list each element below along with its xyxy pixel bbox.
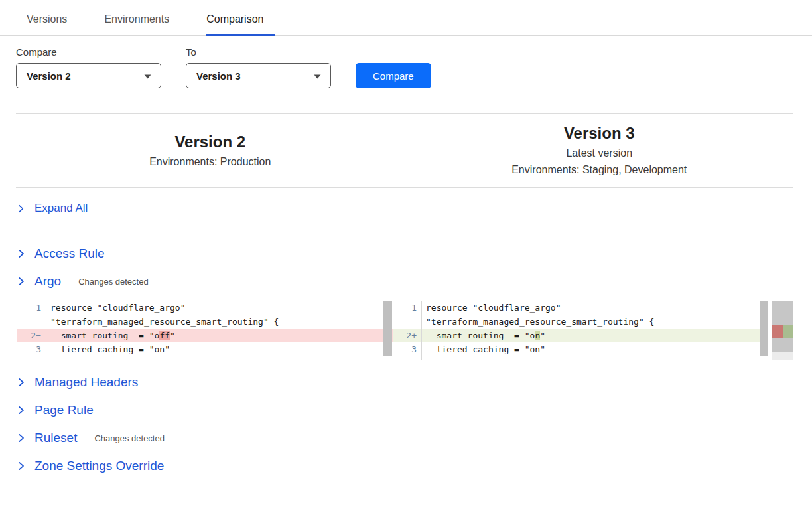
code-text: resource "cloudflare_argo"	[46, 301, 186, 315]
left-version-environments: Environments: Production	[149, 156, 271, 168]
tab-versions[interactable]: Versions	[27, 11, 79, 36]
resource-sections: Access Rule Argo Changes detected 1 reso…	[0, 230, 812, 480]
code-text: smart_routing = "on"	[422, 329, 545, 342]
section-ruleset[interactable]: Ruleset Changes detected	[16, 424, 793, 452]
chevron-right-icon	[16, 377, 27, 388]
chevron-right-icon	[16, 276, 27, 287]
diff-right-pane: 1 resource "cloudflare_argo" "terraform_…	[393, 301, 768, 360]
code-line-removed: 2− smart_routing = "off"	[17, 329, 393, 342]
code-text: "terraform_managed_resource_smart_routin…	[46, 315, 279, 329]
tab-bar: Versions Environments Comparison	[0, 0, 812, 36]
code-line: 3 tiered_caching = "on"	[17, 342, 393, 356]
section-managed-headers[interactable]: Managed Headers	[16, 368, 793, 396]
compare-label: Compare	[16, 46, 161, 58]
chevron-down-icon	[314, 70, 321, 82]
line-number	[393, 356, 422, 360]
line-number: 3	[17, 342, 46, 356]
code-line: 1 resource "cloudflare_argo"	[393, 301, 768, 315]
compare-to-value: Version 3	[196, 70, 241, 82]
ruler-added-marker	[783, 325, 793, 338]
right-version-header: Version 3 Latest version Environments: S…	[405, 123, 794, 177]
section-page-rule[interactable]: Page Rule	[16, 396, 793, 424]
changes-detected-badge: Changes detected	[78, 277, 149, 287]
chevron-right-icon	[16, 461, 27, 471]
right-version-title: Version 3	[564, 124, 635, 143]
compare-controls: Compare Version 2 To Version 3 Compare	[0, 36, 812, 88]
argo-diff: 1 resource "cloudflare_argo" "terraform_…	[17, 301, 793, 360]
to-label: To	[186, 46, 331, 58]
code-line: }	[17, 356, 393, 360]
line-number: 2+	[393, 329, 422, 342]
chevron-right-icon	[16, 433, 27, 443]
left-version-title: Version 2	[174, 133, 245, 151]
line-number	[17, 315, 46, 329]
section-label: Page Rule	[34, 403, 94, 417]
line-number	[393, 315, 422, 329]
section-argo[interactable]: Argo Changes detected	[16, 267, 793, 295]
ruler-change-marker	[772, 325, 793, 338]
code-text: }	[46, 356, 56, 360]
chevron-right-icon	[16, 248, 27, 259]
line-number	[17, 356, 46, 360]
code-text: tiered_caching = "on"	[46, 342, 170, 356]
chevron-down-icon	[144, 70, 151, 82]
code-text: tiered_caching = "on"	[422, 342, 545, 356]
ruler-unchanged-block	[772, 338, 793, 352]
left-pane-scrollbar[interactable]	[383, 301, 392, 356]
code-line-added: 2+ smart_routing = "on"	[393, 329, 768, 342]
line-number: 2−	[17, 329, 46, 342]
code-text: "terraform_managed_resource_smart_routin…	[422, 315, 654, 329]
section-label: Ruleset	[34, 431, 77, 445]
tab-comparison[interactable]: Comparison	[206, 11, 275, 36]
ruler-removed-marker	[772, 325, 783, 338]
changes-detected-badge: Changes detected	[94, 433, 165, 443]
section-label: Managed Headers	[34, 375, 138, 390]
code-text: smart_routing = "off"	[46, 329, 175, 342]
diff-left-pane: 1 resource "cloudflare_argo" "terraform_…	[17, 301, 393, 360]
expand-all-label: Expand All	[34, 202, 88, 215]
ruler-unchanged-block	[772, 301, 793, 325]
compare-from-select[interactable]: Version 2	[16, 63, 161, 88]
right-version-environments: Environments: Staging, Development	[511, 164, 687, 176]
right-pane-scrollbar[interactable]	[760, 301, 768, 356]
code-text: resource "cloudflare_argo"	[422, 301, 561, 315]
line-number: 3	[393, 342, 422, 356]
code-line: }	[393, 356, 768, 360]
left-version-header: Version 2 Environments: Production	[16, 123, 405, 177]
chevron-right-icon	[16, 204, 26, 214]
diff-overview-ruler[interactable]	[772, 301, 793, 360]
code-text: }	[422, 356, 431, 360]
line-number: 1	[393, 301, 422, 315]
line-number: 1	[17, 301, 46, 315]
code-line: 3 tiered_caching = "on"	[393, 342, 768, 356]
version-headers: Version 2 Environments: Production Versi…	[0, 114, 812, 187]
tab-environments[interactable]: Environments	[104, 11, 181, 36]
removed-word-highlight: ff	[159, 331, 170, 340]
section-label: Zone Settings Override	[34, 459, 164, 473]
section-access-rule[interactable]: Access Rule	[16, 240, 793, 267]
section-label: Argo	[34, 274, 61, 289]
compare-from-value: Version 2	[27, 70, 71, 82]
code-line: 1 resource "cloudflare_argo"	[17, 301, 393, 315]
code-line-wrap: "terraform_managed_resource_smart_routin…	[17, 315, 393, 329]
comparison-page: Versions Environments Comparison Compare…	[0, 0, 812, 480]
expand-all-toggle[interactable]: Expand All	[16, 188, 793, 230]
ruler-track	[772, 352, 793, 360]
compare-to-select[interactable]: Version 3	[186, 63, 331, 88]
right-version-subtitle: Latest version	[566, 147, 632, 159]
compare-button[interactable]: Compare	[356, 63, 431, 88]
chevron-right-icon	[16, 405, 27, 415]
section-zone-settings-override[interactable]: Zone Settings Override	[16, 452, 793, 480]
section-label: Access Rule	[34, 246, 105, 261]
code-line-wrap: "terraform_managed_resource_smart_routin…	[393, 315, 768, 329]
